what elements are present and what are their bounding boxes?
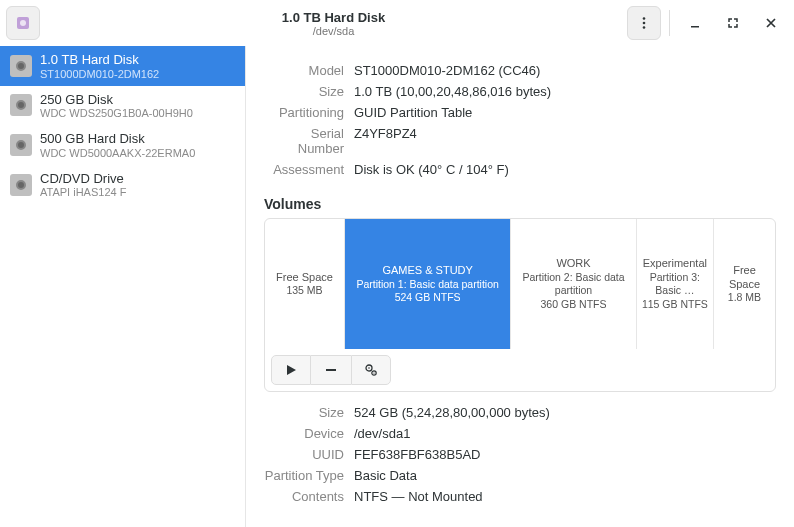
sidebar-item-sublabel: WDC WDS250G1B0A-00H9H0 bbox=[40, 107, 193, 119]
sidebar-item-disk[interactable]: CD/DVD DriveATAPI iHAS124 F bbox=[0, 165, 245, 205]
volume-fs: 524 GB NTFS bbox=[395, 291, 461, 305]
kebab-icon bbox=[637, 16, 651, 30]
sidebar-item-disk[interactable]: 250 GB DiskWDC WDS250G1B0A-00H9H0 bbox=[0, 86, 245, 126]
size-label: Size bbox=[264, 84, 354, 99]
disk-icon bbox=[10, 134, 32, 156]
sidebar-item-text: 1.0 TB Hard DiskST1000DM010-2DM162 bbox=[40, 52, 159, 80]
vol-contents-label: Contents bbox=[264, 489, 354, 504]
svg-rect-5 bbox=[691, 26, 699, 28]
vol-device-value: /dev/sda1 bbox=[354, 426, 410, 441]
sidebar: 1.0 TB Hard DiskST1000DM010-2DM162250 GB… bbox=[0, 46, 246, 527]
mount-button[interactable] bbox=[271, 355, 311, 385]
sidebar-item-text: CD/DVD DriveATAPI iHAS124 F bbox=[40, 171, 126, 199]
drive-options-button[interactable] bbox=[627, 6, 661, 40]
svg-point-8 bbox=[368, 367, 370, 369]
svg-point-3 bbox=[643, 22, 646, 25]
disk-icon bbox=[10, 55, 32, 77]
volume-segment[interactable]: GAMES & STUDYPartition 1: Basic data par… bbox=[345, 219, 511, 349]
volumes-panel: Free Space135 MBGAMES & STUDYPartition 1… bbox=[264, 218, 776, 392]
volume-name: Free Space bbox=[276, 270, 333, 284]
window-subtitle: /dev/sda bbox=[46, 25, 621, 37]
volume-details: Size524 GB (5,24,28,80,00,000 bytes) Dev… bbox=[264, 402, 776, 507]
minus-icon bbox=[325, 364, 337, 376]
volume-segment[interactable]: Free Space135 MB bbox=[265, 219, 345, 349]
vol-ptype-label: Partition Type bbox=[264, 468, 354, 483]
sidebar-item-sublabel: ST1000DM010-2DM162 bbox=[40, 68, 159, 80]
app-body: 1.0 TB Hard DiskST1000DM010-2DM162250 GB… bbox=[0, 46, 794, 527]
sidebar-item-label: CD/DVD Drive bbox=[40, 171, 126, 187]
sidebar-item-disk[interactable]: 500 GB Hard DiskWDC WD5000AAKX-22ERMA0 bbox=[0, 125, 245, 165]
vol-uuid-label: UUID bbox=[264, 447, 354, 462]
sidebar-item-label: 1.0 TB Hard Disk bbox=[40, 52, 159, 68]
volume-sublabel: Partition 1: Basic data partition bbox=[356, 278, 498, 292]
gears-icon bbox=[364, 363, 378, 377]
sidebar-item-sublabel: ATAPI iHAS124 F bbox=[40, 186, 126, 198]
size-value: 1.0 TB (10,00,20,48,86,016 bytes) bbox=[354, 84, 551, 99]
delete-partition-button[interactable] bbox=[311, 355, 351, 385]
partitioning-value: GUID Partition Table bbox=[354, 105, 472, 120]
main-content: ModelST1000DM010-2DM162 (CC46) Size1.0 T… bbox=[246, 46, 794, 527]
volume-toolbar bbox=[265, 349, 775, 391]
titlebar-center: 1.0 TB Hard Disk /dev/sda bbox=[46, 10, 621, 37]
assessment-value: Disk is OK (40° C / 104° F) bbox=[354, 162, 509, 177]
vol-uuid-value: FEF638FBF638B5AD bbox=[354, 447, 480, 462]
volume-name: GAMES & STUDY bbox=[382, 263, 472, 277]
serial-value: Z4YF8PZ4 bbox=[354, 126, 417, 141]
vol-ptype-value: Basic Data bbox=[354, 468, 417, 483]
sidebar-item-sublabel: WDC WD5000AAKX-22ERMA0 bbox=[40, 147, 195, 159]
partition-options-button[interactable] bbox=[351, 355, 391, 385]
svg-rect-6 bbox=[326, 369, 336, 371]
volume-segment[interactable]: WORKPartition 2: Basic data partition360… bbox=[511, 219, 637, 349]
volume-fs: 360 GB NTFS bbox=[541, 298, 607, 312]
vol-contents-value: NTFS — Not Mounted bbox=[354, 489, 483, 504]
volume-sublabel: Partition 3: Basic … bbox=[641, 271, 709, 298]
volume-fs: 115 GB NTFS bbox=[642, 298, 708, 312]
volume-name: WORK bbox=[556, 256, 590, 270]
svg-point-1 bbox=[20, 20, 26, 26]
minimize-icon bbox=[688, 16, 702, 30]
sidebar-item-text: 250 GB DiskWDC WDS250G1B0A-00H9H0 bbox=[40, 92, 193, 120]
vol-size-value: 524 GB (5,24,28,80,00,000 bytes) bbox=[354, 405, 550, 420]
volume-name: Free Space bbox=[718, 263, 771, 292]
model-label: Model bbox=[264, 63, 354, 78]
titlebar-right bbox=[627, 6, 788, 40]
volume-segment[interactable]: Free Space1.8 MB bbox=[714, 219, 775, 349]
volume-sublabel: 135 MB bbox=[286, 284, 322, 298]
volume-sublabel: 1.8 MB bbox=[728, 291, 761, 305]
sidebar-item-text: 500 GB Hard DiskWDC WD5000AAKX-22ERMA0 bbox=[40, 131, 195, 159]
sidebar-item-label: 500 GB Hard Disk bbox=[40, 131, 195, 147]
volumes-bar: Free Space135 MBGAMES & STUDYPartition 1… bbox=[265, 219, 775, 349]
model-value: ST1000DM010-2DM162 (CC46) bbox=[354, 63, 540, 78]
sidebar-item-label: 250 GB Disk bbox=[40, 92, 193, 108]
volume-segment[interactable]: ExperimentalPartition 3: Basic …115 GB N… bbox=[637, 219, 714, 349]
maximize-icon bbox=[726, 16, 740, 30]
minimize-button[interactable] bbox=[678, 6, 712, 40]
volume-name: Experimental bbox=[643, 256, 707, 270]
disk-icon bbox=[10, 94, 32, 116]
disk-app-icon bbox=[15, 15, 31, 31]
vol-size-label: Size bbox=[264, 405, 354, 420]
close-icon bbox=[764, 16, 778, 30]
svg-point-10 bbox=[373, 372, 374, 373]
sidebar-item-disk[interactable]: 1.0 TB Hard DiskST1000DM010-2DM162 bbox=[0, 46, 245, 86]
window-title: 1.0 TB Hard Disk bbox=[46, 10, 621, 25]
close-button[interactable] bbox=[754, 6, 788, 40]
titlebar: 1.0 TB Hard Disk /dev/sda bbox=[0, 0, 794, 46]
volume-sublabel: Partition 2: Basic data partition bbox=[515, 271, 632, 298]
vol-device-label: Device bbox=[264, 426, 354, 441]
serial-label: Serial Number bbox=[264, 126, 354, 156]
assessment-label: Assessment bbox=[264, 162, 354, 177]
svg-point-4 bbox=[643, 26, 646, 29]
separator bbox=[669, 10, 670, 36]
play-icon bbox=[285, 364, 297, 376]
svg-point-2 bbox=[643, 17, 646, 20]
volumes-heading: Volumes bbox=[264, 196, 776, 212]
app-menu-button[interactable] bbox=[6, 6, 40, 40]
partitioning-label: Partitioning bbox=[264, 105, 354, 120]
disk-details: ModelST1000DM010-2DM162 (CC46) Size1.0 T… bbox=[264, 60, 776, 180]
maximize-button[interactable] bbox=[716, 6, 750, 40]
disk-icon bbox=[10, 174, 32, 196]
